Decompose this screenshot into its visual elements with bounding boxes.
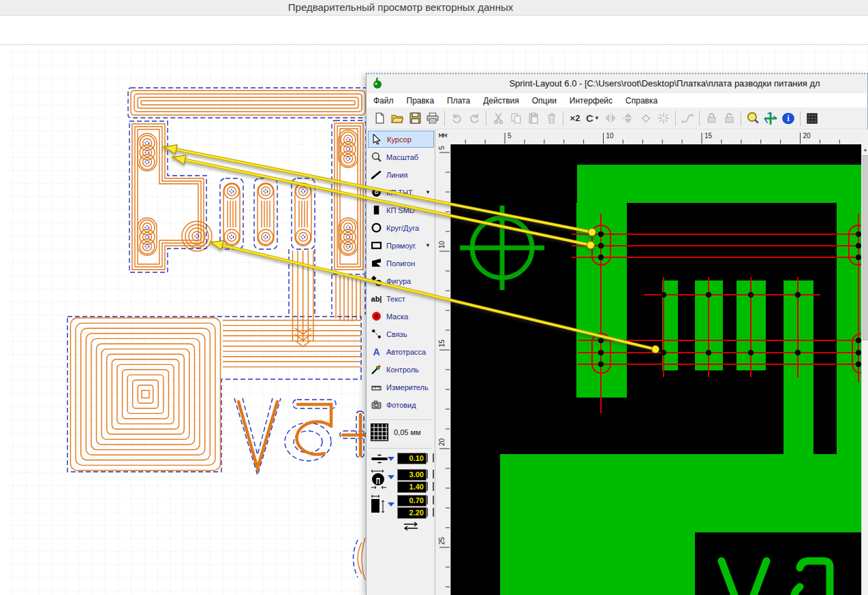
pad-tht-icon [371, 187, 382, 198]
test-probe-icon [371, 364, 382, 375]
print-button[interactable] [424, 110, 441, 127]
horizontal-ruler: 5101520 [450, 129, 868, 144]
scroll-up-arrow[interactable]: ▲ [862, 144, 868, 155]
track-width-dropdown[interactable] [388, 457, 394, 461]
svg-text:15: 15 [438, 339, 446, 347]
polygon-icon [371, 257, 382, 269]
tool-mask[interactable]: Маска [368, 308, 434, 325]
autoroute-icon: A [371, 346, 382, 357]
tool-polygon[interactable]: Полигон [368, 255, 434, 272]
svg-text:15: 15 [704, 132, 713, 140]
menu-actions[interactable]: Действия [483, 96, 519, 106]
paste-button[interactable] [525, 110, 542, 127]
redo-button[interactable] [466, 110, 482, 127]
duplicate-x2-button[interactable]: ×2 [567, 110, 583, 127]
tool-pad-smd[interactable]: КП SMD [368, 202, 434, 219]
pad-size-icon [370, 469, 388, 489]
tool-measure[interactable]: Измеритель [368, 379, 434, 396]
pad-drill-value[interactable]: 1.40 [397, 481, 427, 493]
track-width-value[interactable]: 0.10 [397, 453, 427, 464]
ruler-icon [371, 381, 382, 393]
app-icon [371, 77, 384, 89]
rotate-button[interactable]: C▼ [585, 110, 601, 127]
menu-help[interactable]: Справка [625, 96, 657, 106]
circle-icon [371, 222, 382, 234]
vertical-scrollbar[interactable]: ▲ [861, 144, 868, 595]
mask-icon [371, 310, 382, 322]
lock-button[interactable] [703, 110, 719, 127]
svg-text:5: 5 [508, 132, 512, 140]
pad-outer-grip[interactable] [427, 470, 434, 479]
tool-test[interactable]: Контроль [368, 361, 434, 378]
tool-palette: Курсор Масштаб Линия КП ТНТ▼ КП SMD Круг… [367, 129, 435, 595]
menu-file[interactable]: Файл [373, 96, 394, 106]
reroute-button[interactable] [679, 110, 696, 127]
track-width-grip[interactable] [427, 453, 434, 462]
info-button[interactable]: i [780, 110, 796, 127]
pad-drill-grip[interactable] [427, 482, 434, 491]
svg-text:10: 10 [438, 240, 446, 248]
tool-photoview[interactable]: Фотовид [368, 396, 434, 413]
tool-zoom[interactable]: Масштаб [368, 148, 434, 165]
tool-circle[interactable]: Круг/Дуга [368, 219, 434, 236]
tool-cursor[interactable]: Курсор [368, 131, 434, 148]
cut-button[interactable] [490, 110, 506, 127]
rect-height-value[interactable]: 2.20 [397, 507, 427, 519]
rotate-dropdown-arrow: ▼ [594, 115, 600, 121]
separator [369, 448, 432, 449]
pad-outer-value[interactable]: 3.00 [397, 469, 427, 481]
shape-icon [371, 275, 382, 287]
tool-connection[interactable]: Связь [368, 325, 434, 342]
svg-text:20: 20 [438, 438, 446, 446]
snap-center-button[interactable] [655, 110, 672, 127]
rect-width-value[interactable]: 0.70 [397, 495, 427, 506]
copy-button[interactable] [508, 110, 524, 127]
text-icon: ab| [371, 293, 382, 304]
tool-autoroute[interactable]: AАвтотрасса [368, 343, 434, 360]
tool-shape[interactable]: Фигура [368, 272, 434, 289]
new-file-button[interactable] [371, 110, 388, 127]
smd-size-icon [370, 495, 388, 517]
zoom-button[interactable] [745, 110, 761, 127]
mirror-horizontal-button[interactable] [602, 110, 619, 127]
grid-value[interactable]: 0,05 мм [394, 428, 421, 436]
align-button[interactable] [638, 110, 654, 127]
smd-size-dropdown[interactable] [388, 502, 394, 506]
mirror-vertical-button[interactable] [620, 110, 636, 127]
menu-interface[interactable]: Интерфейс [570, 96, 613, 106]
pcb-artwork [451, 144, 861, 595]
scrollbar-thumb[interactable] [863, 155, 868, 340]
pad-drill-dots [598, 231, 861, 367]
rectangle-dropdown-arrow[interactable]: ▼ [425, 242, 431, 248]
sprint-layout-window: Sprint-Layout 6.0 - [C:\Users\root\Deskt… [366, 73, 868, 595]
save-button[interactable] [407, 110, 423, 127]
open-folder-button[interactable] [389, 110, 405, 127]
tool-rectangle[interactable]: Прямоуг.▼ [368, 237, 434, 254]
menu-board[interactable]: Плата [447, 96, 470, 106]
origin-crosshair [460, 206, 544, 290]
vertical-ruler: 510152025 [435, 144, 450, 595]
line-icon [371, 169, 382, 180]
delete-button[interactable] [543, 110, 559, 127]
origin-crosshair-button[interactable] [762, 110, 779, 127]
grid-button[interactable] [371, 423, 388, 441]
unlock-button[interactable] [721, 110, 737, 127]
pcb-canvas[interactable] [450, 144, 861, 595]
swap-values-icon[interactable] [402, 521, 420, 531]
pad-size-dropdown[interactable] [388, 475, 394, 479]
svg-text:i: i [787, 114, 790, 123]
menu-edit[interactable]: Правка [407, 96, 435, 106]
menu-options[interactable]: Опции [532, 96, 557, 106]
rect-width-grip[interactable] [427, 496, 434, 504]
tool-pad-tht[interactable]: КП ТНТ▼ [368, 184, 434, 201]
ruler-unit: мм [435, 129, 450, 144]
undo-button[interactable] [448, 110, 465, 127]
tool-line[interactable]: Линия [368, 166, 434, 183]
window-titlebar[interactable]: Sprint-Layout 6.0 - [C:\Users\root\Deskt… [367, 74, 867, 93]
cursor-icon [371, 133, 383, 145]
connection-icon [371, 328, 382, 340]
pad-tht-dropdown-arrow[interactable]: ▼ [425, 189, 431, 195]
rect-height-grip[interactable] [427, 508, 434, 517]
tool-text[interactable]: ab|Текст [368, 290, 434, 307]
photoview-button[interactable] [804, 110, 820, 127]
